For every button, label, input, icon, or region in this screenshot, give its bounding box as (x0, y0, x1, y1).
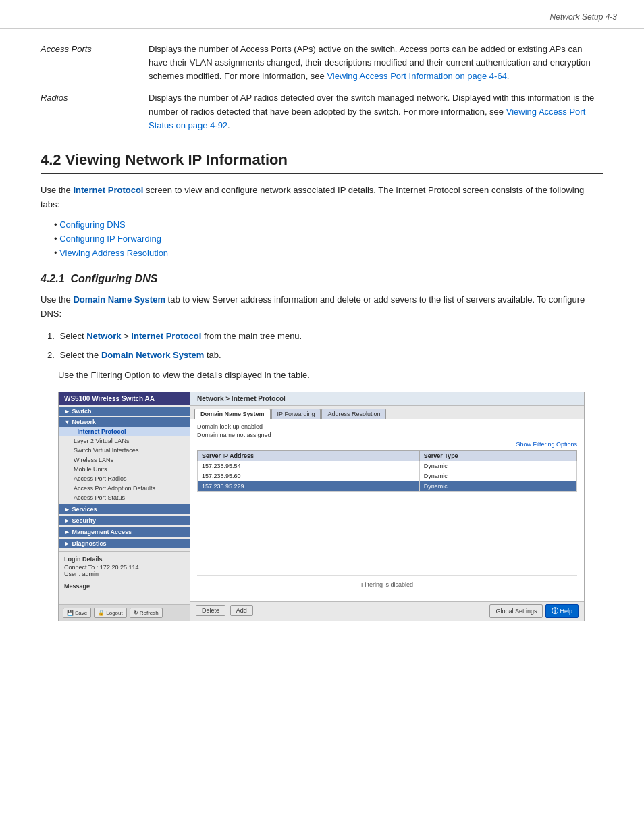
section-42-heading: 4.2 Viewing Network IP Information (41, 151, 603, 174)
ss-add-button[interactable]: Add (230, 605, 253, 616)
ss-login-connect: Connect To : 172.20.25.114 (64, 564, 184, 571)
access-ports-row: Access Ports Displays the number of Acce… (41, 43, 603, 83)
ss-sidebar: WS5100 Wireless Switch AA ► Switch ▼ Net… (59, 392, 190, 621)
ss-nav-switch-virtual[interactable]: Switch Virtual Interfaces (59, 446, 190, 455)
intro-highlight: Internet Protocol (73, 185, 143, 195)
access-ports-term: Access Ports (41, 43, 149, 83)
ss-content-area: Domain look up enabled Domain name not a… (190, 419, 584, 601)
ss-tabs: Domain Name System IP Forwarding Address… (190, 406, 584, 419)
access-ports-link[interactable]: Viewing Access Port Information on page … (327, 71, 506, 81)
ss-nav-services[interactable]: ► Services (59, 504, 190, 514)
step-1-num: 1. (47, 331, 55, 341)
steps-list: 1. Select Network > Internet Protocol fr… (47, 330, 603, 362)
ss-nav-internet-protocol[interactable]: — Internet Protocol (59, 427, 190, 436)
ss-tab-address-resolution[interactable]: Address Resolution (321, 409, 386, 419)
ss-bottom-buttons: Delete Add Global Settings ⓘ Help (190, 601, 584, 621)
step-2-num: 2. (47, 350, 55, 360)
ss-nav-ap-radios[interactable]: Access Port Radios (59, 474, 190, 484)
ss-nav-security[interactable]: ► Security (59, 516, 190, 525)
section-421-number: 4.2.1 (41, 273, 65, 284)
ss-filtering-note: Filtering is disabled (197, 575, 577, 594)
ss-login-user: User : admin (64, 571, 184, 577)
ss-login-title: Login Details (64, 556, 184, 563)
ss-row1-type: Dynamic (419, 461, 576, 471)
ss-delete-button[interactable]: Delete (196, 605, 225, 616)
section-42-title: Viewing Network IP Information (65, 151, 288, 168)
step-1-after: from the main tree menu. (201, 331, 302, 341)
step-1-before: Select (59, 331, 86, 341)
ss-message: Message (59, 581, 190, 591)
ss-nav-mobile-units[interactable]: Mobile Units (59, 465, 190, 474)
bullet-item-address: Viewing Address Resolution (54, 248, 603, 258)
ss-header-text: WS5100 Wireless Switch AA (64, 395, 155, 402)
ss-status-domain-lookup: Domain look up enabled (197, 423, 577, 430)
link-viewing-address-resolution[interactable]: Viewing Address Resolution (59, 248, 168, 258)
step-1-highlight2: Internet Protocol (131, 331, 201, 341)
ss-help-button[interactable]: ⓘ Help (545, 604, 579, 618)
def-section: Access Ports Displays the number of Acce… (41, 43, 603, 132)
link-configuring-dns[interactable]: Configuring DNS (59, 219, 126, 230)
ss-header: WS5100 Wireless Switch AA (59, 392, 190, 405)
table-row[interactable]: 157.235.95.54 Dynamic (198, 461, 577, 471)
ss-left-action-buttons: Delete Add (196, 604, 255, 618)
ss-refresh-button[interactable]: ↻ Refresh (130, 608, 163, 618)
step-2-before: Select the (59, 350, 101, 360)
access-ports-desc: Displays the number of Access Ports (APs… (149, 43, 603, 83)
ss-tab-dns[interactable]: Domain Name System (194, 409, 271, 419)
step-2: 2. Select the Domain Network System tab. (47, 348, 603, 362)
ss-row2-ip: 157.235.95.60 (198, 471, 420, 481)
ss-nav-mgmt[interactable]: ► Management Access (59, 527, 190, 537)
ss-main-panel: Network > Internet Protocol Domain Name … (190, 392, 584, 621)
ss-right-buttons: Global Settings ⓘ Help (489, 604, 579, 618)
intro-before: Use the (41, 185, 73, 195)
step-1-sep: > (122, 331, 132, 341)
ss-save-button[interactable]: 💾 Save (63, 608, 91, 618)
ss-col-server-ip: Server IP Address (198, 451, 420, 461)
step-2-highlight: Domain Network System (101, 350, 204, 360)
ss-nav-ap-status[interactable]: Access Port Status (59, 493, 190, 502)
step-2-after: tab. (204, 350, 221, 360)
ss-show-filtering[interactable]: Show Filtering Options (197, 441, 577, 448)
s421-highlight1: Domain Name System (73, 294, 165, 305)
section-421-heading: 4.2.1 Configuring DNS (41, 273, 603, 285)
section-42-intro: Use the Internet Protocol screen to view… (41, 184, 603, 212)
ss-bottom-bar: 💾 Save 🔒 Logout ↻ Refresh (59, 604, 190, 621)
ss-row3-type: Dynamic (419, 481, 576, 492)
ss-nav-layer2[interactable]: Layer 2 Virtual LANs (59, 436, 190, 446)
radios-term: Radios (41, 91, 149, 132)
ss-row1-ip: 157.235.95.54 (198, 461, 420, 471)
ss-status-domain-name: Domain name not assigned (197, 432, 577, 438)
ss-nav-switch[interactable]: ► Switch (59, 407, 190, 416)
ss-nav-ap-adoption[interactable]: Access Port Adoption Defaults (59, 484, 190, 493)
ss-row3-ip: 157.235.95.229 (198, 481, 420, 492)
screenshot-container: WS5100 Wireless Switch AA ► Switch ▼ Net… (58, 392, 585, 621)
radios-row: Radios Displays the number of AP radios … (41, 91, 603, 132)
table-row-selected[interactable]: 157.235.95.229 Dynamic (198, 481, 577, 492)
section-42-number: 4.2 (41, 151, 61, 168)
section-421-intro: Use the Domain Name System tab to view S… (41, 293, 603, 321)
ss-nav-network[interactable]: ▼ Network (59, 417, 190, 427)
page-ref: Network Setup 4-3 (550, 12, 617, 22)
bullet-list: Configuring DNS Configuring IP Forwardin… (54, 219, 603, 258)
step-1-highlight1: Network (86, 331, 121, 341)
bullet-item-forwarding: Configuring IP Forwarding (54, 234, 603, 244)
ss-login-details: Login Details Connect To : 172.20.25.114… (59, 551, 190, 581)
ss-nav-wireless-lans[interactable]: Wireless LANs (59, 455, 190, 465)
step-1: 1. Select Network > Internet Protocol fr… (47, 330, 603, 343)
ss-global-settings-button[interactable]: Global Settings (489, 604, 543, 618)
page-header: Network Setup 4-3 (0, 0, 644, 29)
ss-table: Server IP Address Server Type 157.235.95… (197, 450, 577, 492)
section-421-title: Configuring DNS (70, 273, 157, 284)
ss-tab-ip-forwarding[interactable]: IP Forwarding (271, 409, 321, 419)
table-row[interactable]: 157.235.95.60 Dynamic (198, 471, 577, 481)
main-content: Access Ports Displays the number of Acce… (0, 29, 644, 655)
filter-note: Use the Filtering Option to view the det… (58, 369, 603, 382)
ss-col-server-type: Server Type (419, 451, 576, 461)
bullet-item-dns: Configuring DNS (54, 219, 603, 230)
ss-main-header: Network > Internet Protocol (190, 392, 584, 406)
link-configuring-ip-forwarding[interactable]: Configuring IP Forwarding (59, 234, 161, 244)
ss-logout-button[interactable]: 🔒 Logout (94, 608, 126, 618)
ss-row2-type: Dynamic (419, 471, 576, 481)
ss-nav-diagnostics[interactable]: ► Diagnostics (59, 539, 190, 548)
radios-desc: Displays the number of AP radios detecte… (149, 91, 603, 132)
